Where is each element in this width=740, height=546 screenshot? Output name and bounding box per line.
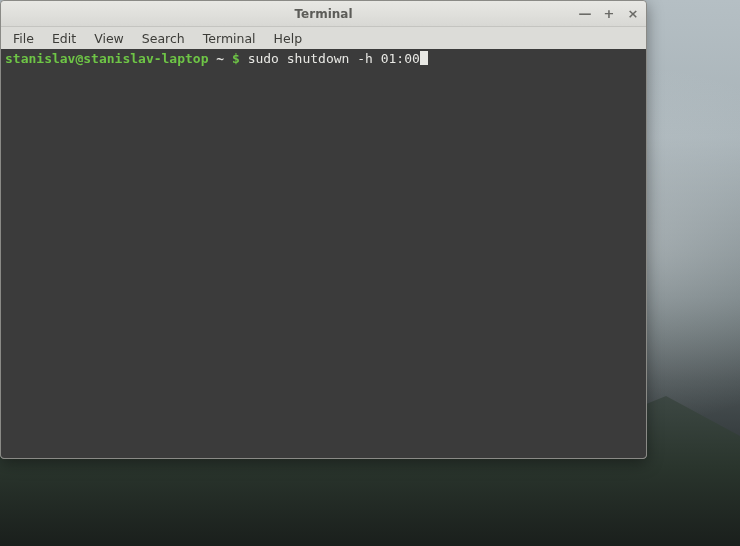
maximize-button[interactable]: + — [600, 5, 618, 23]
terminal-window: Terminal — + × File Edit View Search Ter… — [0, 0, 647, 459]
window-title: Terminal — [294, 7, 352, 21]
menu-terminal[interactable]: Terminal — [195, 29, 264, 48]
prompt-line: stanislav@stanislav-laptop ~ $ sudo shut… — [5, 51, 642, 67]
terminal-content[interactable]: stanislav@stanislav-laptop ~ $ sudo shut… — [1, 49, 646, 458]
menu-file[interactable]: File — [5, 29, 42, 48]
menu-help[interactable]: Help — [266, 29, 311, 48]
menu-edit[interactable]: Edit — [44, 29, 84, 48]
menu-search[interactable]: Search — [134, 29, 193, 48]
minimize-button[interactable]: — — [576, 5, 594, 23]
prompt-user-host: stanislav@stanislav-laptop — [5, 51, 209, 67]
window-controls: — + × — [576, 1, 642, 26]
close-button[interactable]: × — [624, 5, 642, 23]
titlebar[interactable]: Terminal — + × — [1, 1, 646, 27]
menu-view[interactable]: View — [86, 29, 132, 48]
command-text: sudo shutdown -h 01:00 — [240, 51, 420, 67]
prompt-symbol: $ — [232, 51, 240, 67]
cursor-icon — [420, 51, 428, 65]
menubar: File Edit View Search Terminal Help — [1, 27, 646, 49]
prompt-path: ~ — [209, 51, 232, 67]
